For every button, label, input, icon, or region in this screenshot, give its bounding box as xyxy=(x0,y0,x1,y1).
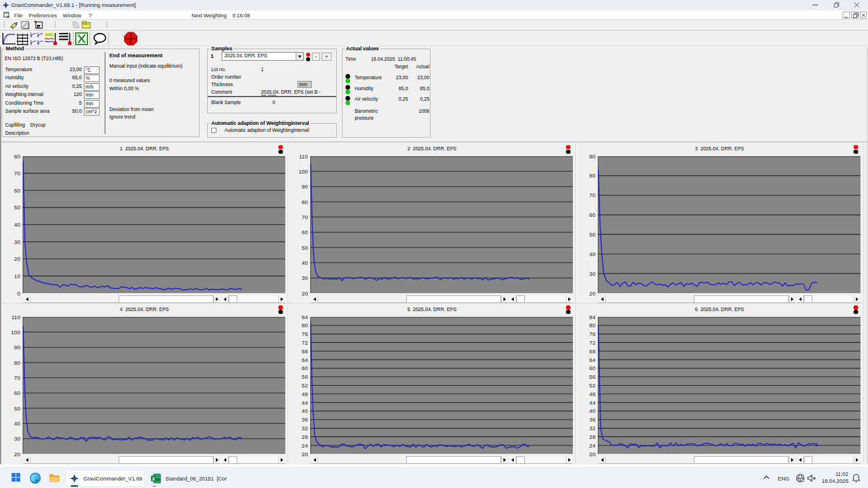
svg-text:X: X xyxy=(152,476,156,482)
svg-text:MARC: MARC xyxy=(45,33,54,36)
svg-text:M: M xyxy=(38,25,41,29)
